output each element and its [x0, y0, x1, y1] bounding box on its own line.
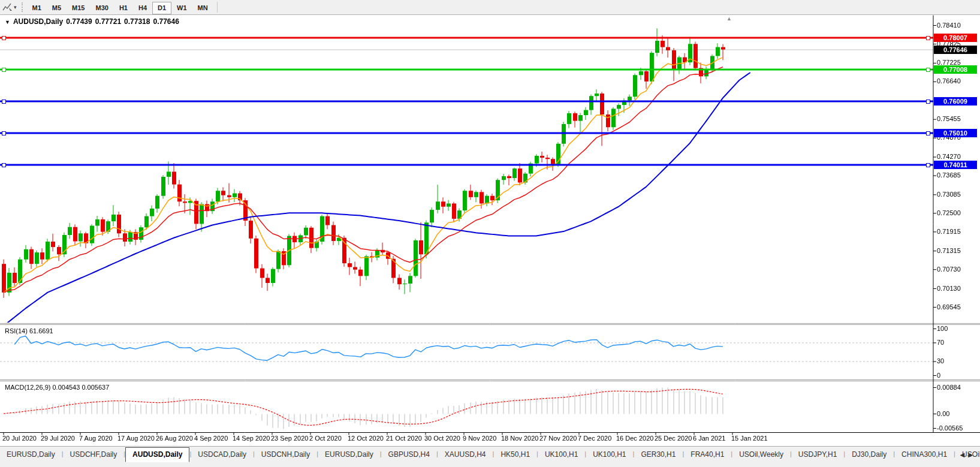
- chart-tab-china300-h1[interactable]: CHINA300,H1: [895, 448, 954, 462]
- mt4-window: ▾ M1M5M15M30H1H4D1W1MN ▼AUDUSD,Daily0.77…: [0, 0, 980, 467]
- toolbar-grip[interactable]: [22, 2, 23, 12]
- price-line-label: 0.77646: [934, 46, 977, 54]
- date-tick-label: 16 Dec 2020: [616, 435, 653, 442]
- macd-tick-label: 0.00: [937, 410, 949, 418]
- chart-tab-bar: EURUSD,Daily|USDCHF,Daily|AUDUSD,Daily|U…: [0, 446, 980, 467]
- low-value: 0.77318: [124, 17, 150, 26]
- timeframe-button-m30[interactable]: M30: [91, 2, 114, 14]
- chart-canvas[interactable]: [0, 0, 980, 467]
- date-tick-label: 23 Sep 2020: [271, 435, 308, 442]
- date-tick-label: 21 Oct 2020: [386, 435, 422, 442]
- date-tick-label: 18 Nov 2020: [501, 435, 538, 442]
- crosshair-tool-icon[interactable]: [2, 3, 13, 11]
- open-value: 0.77439: [66, 17, 92, 26]
- chart-tab-ger30-h1[interactable]: GER30,H1: [634, 448, 682, 462]
- chart-tab-dj30-daily[interactable]: DJ30,Daily: [845, 448, 893, 462]
- close-value: 0.77646: [153, 17, 179, 26]
- chart-tab-usdjpy-h1[interactable]: USDJPY,H1: [792, 448, 843, 462]
- rsi-tick-label: 70: [937, 339, 944, 347]
- date-tick-label: 27 Nov 2020: [539, 435, 577, 442]
- price-tick-label: 0.75455: [937, 115, 961, 123]
- rsi-tick-label: 100: [937, 325, 948, 333]
- price-tick-label: 0.72500: [937, 209, 961, 217]
- price-line-label: 0.78007: [934, 34, 977, 42]
- price-tick-label: 0.70730: [937, 266, 961, 273]
- date-tick-label: 14 Sep 2020: [233, 435, 270, 442]
- timeframe-button-m1[interactable]: M1: [27, 2, 47, 14]
- price-line-label: 0.77008: [934, 65, 977, 74]
- date-tick-label: 6 Jan 2021: [693, 435, 725, 442]
- date-tick-label: 17 Aug 2020: [117, 435, 155, 442]
- dropdown-caret-icon[interactable]: ▾: [14, 4, 17, 10]
- timeframe-button-mn[interactable]: MN: [192, 2, 213, 14]
- timeframe-button-h4[interactable]: H4: [133, 2, 152, 14]
- price-tick-label: 0.78410: [937, 22, 961, 29]
- price-tick-label: 0.71315: [937, 247, 961, 255]
- rsi-tick-label: 0: [937, 372, 940, 379]
- date-tick-label: 20 Jul 2020: [2, 435, 37, 442]
- high-value: 0.77721: [95, 17, 121, 26]
- timeframe-button-m15[interactable]: M15: [67, 2, 90, 14]
- timeframe-button-group: M1M5M15M30H1H4D1W1MN: [27, 2, 213, 13]
- chart-shift-marker-icon: ▲: [726, 16, 732, 22]
- date-tick-label: 12 Oct 2020: [348, 435, 384, 442]
- date-tick-label: 2 Oct 2020: [309, 435, 342, 442]
- date-tick-label: 4 Sep 2020: [194, 435, 228, 442]
- date-tick-label: 7 Aug 2020: [79, 435, 113, 442]
- tab-scroll-arrows: ◀▶: [960, 451, 976, 458]
- price-tick-label: 0.73085: [937, 191, 961, 198]
- chart-tab-usdcnh-daily[interactable]: USDCNH,Daily: [255, 448, 316, 462]
- chart-tab-audusd-daily[interactable]: AUDUSD,Daily: [125, 447, 189, 462]
- symbol-label: AUDUSD,Daily: [13, 17, 63, 26]
- date-tick-label: 26 Aug 2020: [156, 435, 193, 442]
- chart-tab-hk50-h1[interactable]: HK50,H1: [494, 448, 536, 462]
- chart-tab-usdcad-daily[interactable]: USDCAD,Daily: [191, 448, 253, 462]
- chart-tab-eurusd-daily[interactable]: EURUSD,Daily: [0, 448, 62, 462]
- date-tick-label: 29 Jul 2020: [41, 435, 75, 442]
- price-line-label: 0.75010: [934, 129, 977, 137]
- toolbar-separator: [217, 2, 218, 13]
- price-tick-label: 0.76640: [937, 77, 961, 85]
- chart-tab-xauusd-h4[interactable]: XAUUSD,H4: [438, 448, 493, 462]
- timeframes-toolbar: ▾ M1M5M15M30H1H4D1W1MN: [0, 0, 980, 15]
- macd-tick-label: 0.00884: [937, 384, 961, 391]
- timeframe-button-d1[interactable]: D1: [152, 2, 171, 14]
- price-line-label: 0.76009: [934, 97, 977, 106]
- price-tick-label: 0.73685: [937, 171, 961, 179]
- collapse-icon[interactable]: ▼: [5, 19, 10, 25]
- rsi-indicator-label: RSI(14) 61.6691: [5, 327, 53, 335]
- price-tick-label: 0.71915: [937, 228, 961, 236]
- date-tick-label: 9 Nov 2020: [463, 435, 496, 442]
- price-tick-label: 0.74270: [937, 153, 961, 161]
- price-tick-label: 0.69545: [937, 303, 961, 311]
- chart-tab-uk100-h1[interactable]: UK100,H1: [538, 448, 584, 462]
- chart-tab-usdchf-daily[interactable]: USDCHF,Daily: [64, 448, 124, 462]
- tab-scroll-left-icon[interactable]: ◀: [960, 451, 969, 458]
- tab-scroll-right-icon[interactable]: ▶: [968, 451, 976, 458]
- date-tick-label: 30 Oct 2020: [424, 435, 460, 442]
- timeframe-button-w1[interactable]: W1: [171, 2, 192, 14]
- chart-tab-eurusd-daily[interactable]: EURUSD,Daily: [318, 448, 380, 462]
- price-line-label: 0.74011: [934, 161, 977, 169]
- date-tick-label: 25 Dec 2020: [655, 435, 692, 442]
- chart-tab-gbpusd-h4[interactable]: GBPUSD,H4: [382, 448, 436, 462]
- macd-indicator-label: MACD(12,26,9) 0.004543 0.005637: [5, 384, 109, 391]
- price-tick-label: 0.70130: [937, 285, 961, 293]
- macd-tick-label: -0.00565: [937, 424, 963, 432]
- date-tick-label: 15 Jan 2021: [731, 435, 768, 442]
- timeframe-button-h1[interactable]: H1: [114, 2, 133, 14]
- chart-tab-usoil-weekly[interactable]: USOil,Weekly: [732, 448, 790, 462]
- chart-tab-fra40-h1[interactable]: FRA40,H1: [684, 448, 731, 462]
- date-tick-label: 7 Dec 2020: [578, 435, 611, 442]
- rsi-tick-label: 30: [937, 357, 944, 365]
- chart-tab-uk100-h1[interactable]: UK100,H1: [586, 448, 632, 462]
- timeframe-button-m5[interactable]: M5: [47, 2, 67, 14]
- chart-title: ▼AUDUSD,Daily0.774390.777210.773180.7764…: [5, 17, 182, 26]
